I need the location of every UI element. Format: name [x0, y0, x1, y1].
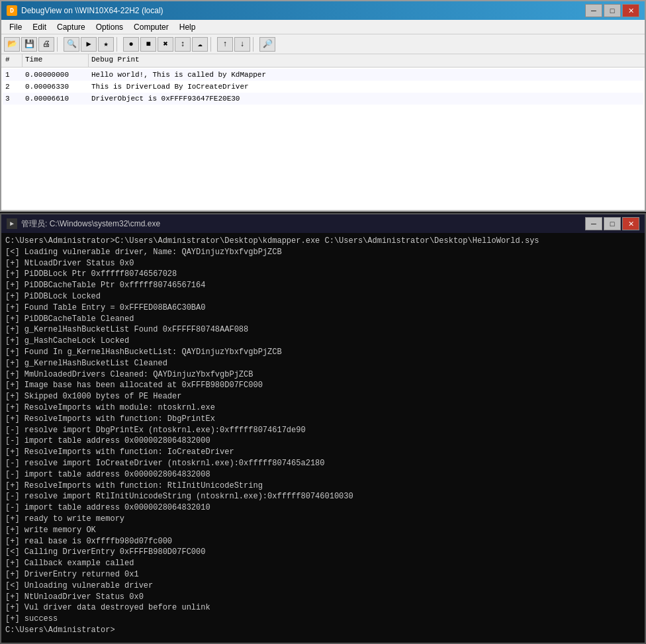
toolbar-save[interactable]: 💾 [21, 37, 37, 52]
row1-time: 0.00000000 [23, 71, 89, 79]
cmd-line: [+] real base is 0xffffb980d07fc000 [5, 536, 641, 547]
cmd-line: [+] Skipped 0x1000 bytes of PE Header [5, 391, 641, 402]
table-content[interactable]: 1 0.00000000 Hello world!, This is calle… [1, 68, 645, 209]
row3-time: 0.00006610 [23, 95, 89, 103]
cmd-controls[interactable]: ─ □ ✕ [585, 217, 639, 230]
cmd-line: [+] g_KernelHashBucketList Cleaned [5, 358, 641, 369]
table-row[interactable]: 1 0.00000000 Hello world!, This is calle… [3, 69, 643, 81]
menu-edit[interactable]: Edit [27, 21, 52, 33]
table-row[interactable]: 2 0.00006330 This is DriverLoad By IoCre… [3, 81, 643, 93]
cmd-line: [+] PiDDBLock Locked [5, 291, 641, 302]
row3-num: 3 [3, 95, 23, 103]
table-header: # Time Debug Print [1, 54, 645, 68]
toolbar-open[interactable]: 📂 [4, 37, 20, 52]
menu-help[interactable]: Help [174, 21, 201, 33]
menu-file[interactable]: File [4, 21, 27, 33]
toolbar-highlight[interactable]: ★ [98, 37, 114, 52]
cmd-line: [-] resolve import IoCreateDriver (ntosk… [5, 458, 641, 469]
cmd-line: [+] ResolveImports with function: IoCrea… [5, 447, 641, 458]
col-debug: Debug Print [89, 54, 643, 67]
debugview-titlebar: D DebugView on \\WIN10X64-22H2 (local) ─… [1, 1, 645, 20]
cmd-line: [+] DriverEntry returned 0x1 [5, 569, 641, 580]
cmd-maximize-button[interactable]: □ [604, 217, 621, 230]
cmd-content[interactable]: C:\Users\Administrator>C:\Users\Administ… [1, 233, 645, 643]
maximize-button[interactable]: □ [604, 4, 621, 17]
cmd-line: C:\Users\Administrator>C:\Users\Administ… [5, 236, 641, 247]
cmd-line: [+] Found Table Entry = 0xFFFED08BA6C30B… [5, 302, 641, 314]
cmd-line: [+] NtUnloadDriver Status 0x0 [5, 592, 641, 603]
cmd-line: [+] NtLoadDriver Status 0x0 [5, 258, 641, 269]
row2-num: 2 [3, 83, 23, 91]
toolbar-capture-start[interactable]: ● [123, 37, 139, 52]
cmd-line: [+] success [5, 614, 641, 625]
close-button[interactable]: ✕ [622, 4, 639, 17]
row2-time: 0.00006330 [23, 83, 89, 91]
menu-bar: File Edit Capture Options Computer Help [1, 20, 645, 34]
cmd-line: [<] Calling DriverEntry 0xFFFFB980D07FC0… [5, 547, 641, 558]
cmd-line: [+] g_HashCacheLock Locked [5, 336, 641, 347]
toolbar-sep3 [210, 37, 214, 52]
cmd-line: [+] Found In g_KernelHashBucketList: QAY… [5, 347, 641, 358]
debugview-title: DebugView on \\WIN10X64-22H2 (local) [21, 6, 585, 15]
cmd-line: [-] resolve import RtlInitUnicodeString … [5, 491, 641, 502]
toolbar-search[interactable]: 🔍 [64, 37, 79, 52]
cmd-line: [+] Vul driver data destroyed before unl… [5, 602, 641, 614]
debugview-window: D DebugView on \\WIN10X64-22H2 (local) ─… [0, 0, 646, 212]
menu-capture[interactable]: Capture [52, 21, 91, 33]
row1-num: 1 [3, 71, 23, 79]
menu-computer[interactable]: Computer [128, 21, 174, 33]
cmd-line: [+] Image base has been allocated at 0xF… [5, 380, 641, 391]
cmd-window: ► 管理员: C:\Windows\system32\cmd.exe ─ □ ✕… [0, 213, 646, 644]
toolbar-sep4 [253, 37, 257, 52]
table-row[interactable]: 3 0.00006610 DriverObject is 0xFFFF93647… [3, 93, 643, 105]
minimize-button[interactable]: ─ [585, 4, 602, 17]
cmd-icon: ► [7, 218, 17, 229]
col-time: Time [23, 54, 89, 67]
menu-options[interactable]: Options [91, 21, 128, 33]
toolbar-filter[interactable]: ☁ [192, 37, 208, 52]
cmd-line: [-] import table address 0x0000028064832… [5, 436, 641, 447]
cmd-titlebar: ► 管理员: C:\Windows\system32\cmd.exe ─ □ ✕ [1, 214, 645, 233]
toolbar-sep1 [57, 37, 61, 52]
toolbar-autoscroll[interactable]: ↕ [175, 37, 191, 52]
cmd-line: [-] resolve import DbgPrintEx (ntoskrnl.… [5, 425, 641, 436]
col-num: # [3, 54, 23, 67]
toolbar: 📂 💾 🖨 🔍 ▶ ★ ● ■ ✖ ↕ ☁ ↑ ↓ 🔎 [1, 34, 645, 54]
cmd-line: [+] PiDDBCacheTable Cleaned [5, 314, 641, 325]
toolbar-sep2 [116, 37, 120, 52]
cmd-line: [+] ready to write memory [5, 514, 641, 525]
debugview-controls[interactable]: ─ □ ✕ [585, 4, 639, 17]
cmd-line: C:\Users\Administrator> [5, 625, 641, 636]
toolbar-up[interactable]: ↑ [217, 37, 233, 52]
cmd-line: [+] PiDDBCacheTable Ptr 0xfffff807465671… [5, 280, 641, 291]
cmd-line: [-] import table address 0x0000028064832… [5, 469, 641, 481]
cmd-line: [<] Unloading vulnerable driver [5, 580, 641, 592]
toolbar-find[interactable]: 🔎 [259, 37, 275, 52]
cmd-minimize-button[interactable]: ─ [585, 217, 602, 230]
cmd-line: [+] Callback example called [5, 558, 641, 569]
cmd-line: [+] write memory OK [5, 525, 641, 536]
toolbar-forward[interactable]: ▶ [81, 37, 97, 52]
cmd-line: [+] ResolveImports with function: RtlIni… [5, 481, 641, 492]
cmd-line: [-] import table address 0x0000028064832… [5, 502, 641, 514]
toolbar-capture-stop[interactable]: ■ [140, 37, 156, 52]
cmd-close-button[interactable]: ✕ [622, 217, 639, 230]
cmd-title: 管理员: C:\Windows\system32\cmd.exe [21, 218, 585, 230]
cmd-line: [+] g_KernelHashBucketList Found 0xFFFFF… [5, 324, 641, 336]
cmd-line: [+] ResolveImports with module: ntoskrnl… [5, 402, 641, 414]
toolbar-down[interactable]: ↓ [234, 37, 250, 52]
cmd-line: [<] Loading vulnerable driver, Name: QAY… [5, 247, 641, 258]
debugview-icon: D [7, 5, 17, 16]
row1-debug: Hello world!, This is called by KdMapper [89, 71, 643, 79]
cmd-line: [+] PiDDBLock Ptr 0xfffff80746567028 [5, 269, 641, 280]
cmd-line: [+] MmUnloadedDrivers Cleaned: QAYDinjuz… [5, 369, 641, 381]
toolbar-print[interactable]: 🖨 [38, 37, 54, 52]
row3-debug: DriverObject is 0xFFFF93647FE20E30 [89, 95, 643, 103]
toolbar-clear[interactable]: ✖ [158, 37, 173, 52]
row2-debug: This is DriverLoad By IoCreateDriver [89, 83, 643, 91]
cmd-line: [+] ResolveImports with function: DbgPri… [5, 414, 641, 425]
